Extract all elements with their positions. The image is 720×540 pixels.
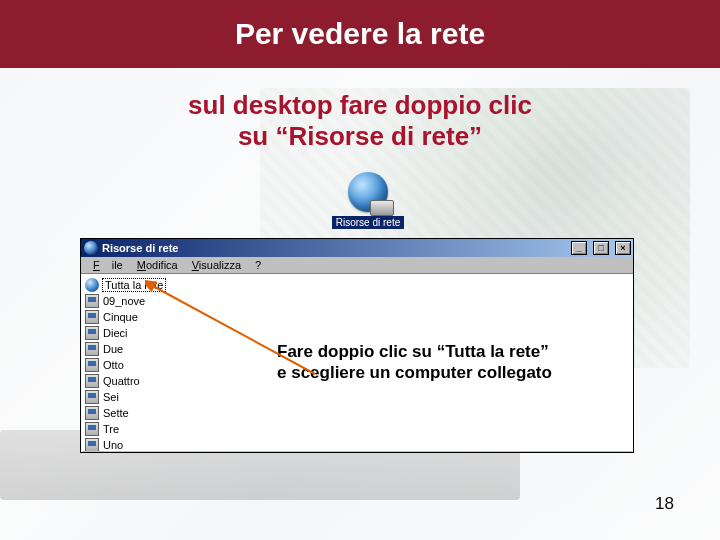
computer-icon: [85, 294, 99, 308]
window-title: Risorse di rete: [102, 242, 178, 254]
window-content: Tutta la rete 09_nove Cinque Dieci Due O…: [81, 274, 633, 451]
network-globe-icon: [85, 278, 99, 292]
list-item-label: Dieci: [103, 327, 127, 339]
window-titlebar: Risorse di rete _ □ ×: [81, 239, 633, 257]
computer-icon: [85, 438, 99, 451]
menu-bar: File Modifica Visualizza ?: [81, 257, 633, 274]
callout-text: Fare doppio clic su “Tutta la rete” e sc…: [277, 341, 552, 384]
list-item-tutta-la-rete[interactable]: Tutta la rete: [85, 277, 171, 293]
computer-icon: [85, 342, 99, 356]
computer-icon: [85, 326, 99, 340]
minimize-button[interactable]: _: [571, 241, 587, 255]
network-globe-icon: [348, 172, 388, 212]
close-button[interactable]: ×: [615, 241, 631, 255]
menu-visualizza[interactable]: Visualizza: [186, 258, 247, 272]
computer-icon: [85, 310, 99, 324]
page-number: 18: [655, 494, 674, 514]
slide-subtitle: sul desktop fare doppio clic su “Risorse…: [0, 90, 720, 152]
explorer-window: Risorse di rete _ □ × File Modifica Visu…: [80, 238, 634, 453]
subtitle-line-2: su “Risorse di rete”: [0, 121, 720, 152]
desktop-icon-risorse-di-rete[interactable]: Risorse di rete: [332, 172, 404, 229]
list-item[interactable]: Cinque: [85, 309, 144, 325]
computer-icon: [85, 422, 99, 436]
list-item-label: 09_nove: [103, 295, 145, 307]
desktop-icon-label: Risorse di rete: [332, 216, 404, 229]
list-item-label: Sei: [103, 391, 119, 403]
list-item-label: Cinque: [103, 311, 138, 323]
list-item-label: Uno: [103, 439, 123, 451]
subtitle-line-1: sul desktop fare doppio clic: [0, 90, 720, 121]
list-item[interactable]: Dieci: [85, 325, 133, 341]
callout-line-2: e scegliere un computer collegato: [277, 362, 552, 383]
list-item-label: Sette: [103, 407, 129, 419]
list-item[interactable]: Sei: [85, 389, 125, 405]
list-item[interactable]: Quattro: [85, 373, 146, 389]
list-item[interactable]: Otto: [85, 357, 130, 373]
menu-modifica[interactable]: Modifica: [131, 258, 184, 272]
computer-icon: [85, 358, 99, 372]
computer-icon: [85, 390, 99, 404]
list-item[interactable]: Sette: [85, 405, 135, 421]
list-item-label: Quattro: [103, 375, 140, 387]
computer-icon: [85, 406, 99, 420]
list-item[interactable]: Tre: [85, 421, 125, 437]
list-item-label: Tre: [103, 423, 119, 435]
list-item-label: Due: [103, 343, 123, 355]
menu-file[interactable]: File: [87, 258, 129, 272]
callout-line-1: Fare doppio clic su “Tutta la rete”: [277, 341, 552, 362]
computer-icon: [85, 374, 99, 388]
slide-title-bar: Per vedere la rete: [0, 0, 720, 68]
list-item[interactable]: Uno: [85, 437, 129, 451]
list-item[interactable]: 09_nove: [85, 293, 151, 309]
network-globe-icon: [84, 241, 98, 255]
menu-help[interactable]: ?: [249, 258, 267, 272]
list-item[interactable]: Due: [85, 341, 129, 357]
slide-title: Per vedere la rete: [235, 17, 485, 51]
list-item-label: Tutta la rete: [103, 279, 165, 291]
maximize-button[interactable]: □: [593, 241, 609, 255]
list-item-label: Otto: [103, 359, 124, 371]
